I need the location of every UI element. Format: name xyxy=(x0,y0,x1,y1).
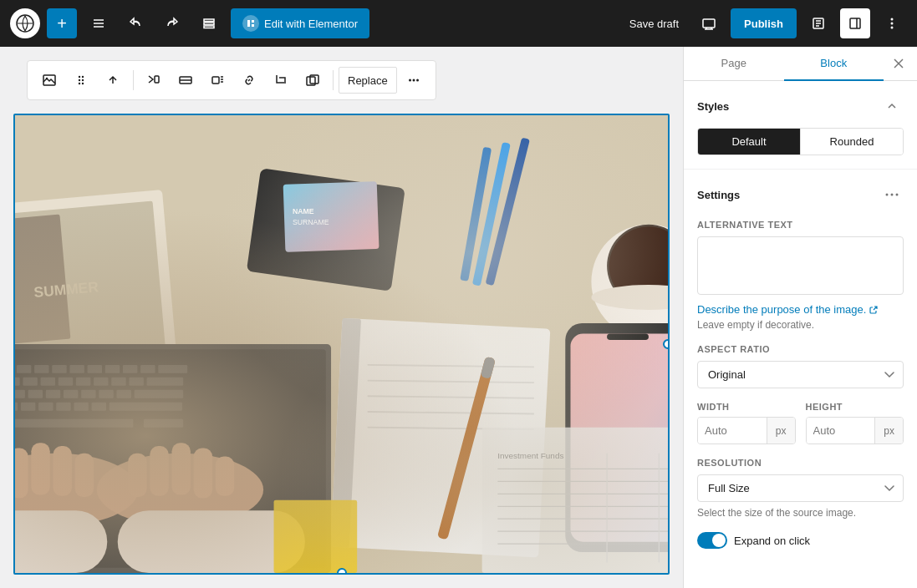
link-button[interactable] xyxy=(234,65,264,95)
svg-rect-102 xyxy=(135,390,184,398)
svg-rect-5 xyxy=(204,23,214,25)
svg-rect-4 xyxy=(204,19,214,22)
wp-logo[interactable] xyxy=(10,8,40,38)
add-block-button[interactable]: + xyxy=(47,8,77,38)
resize-handle-right[interactable] xyxy=(663,339,670,349)
svg-rect-76 xyxy=(105,365,120,373)
svg-rect-41 xyxy=(15,190,176,373)
svg-rect-133 xyxy=(482,428,668,573)
svg-rect-113 xyxy=(15,419,133,428)
svg-rect-57 xyxy=(330,318,361,548)
svg-text:Investment Funds: Investment Funds xyxy=(497,451,563,460)
aspect-ratio-label: Aspect Ratio xyxy=(697,344,904,354)
svg-rect-55 xyxy=(486,137,530,286)
workspace-image: SUMMER NAME SURNAME xyxy=(15,115,668,573)
svg-rect-77 xyxy=(123,365,137,373)
svg-rect-100 xyxy=(99,390,113,398)
crop-button[interactable] xyxy=(266,65,296,95)
svg-rect-87 xyxy=(76,378,90,386)
svg-rect-96 xyxy=(28,390,43,398)
height-label: Height xyxy=(806,402,904,412)
alt-describe-link[interactable]: Describe the purpose of the image. xyxy=(697,303,904,316)
list-view-button[interactable] xyxy=(194,8,224,38)
width-input[interactable] xyxy=(698,418,767,444)
replace-button[interactable]: Replace xyxy=(339,67,397,94)
svg-rect-64 xyxy=(481,357,496,379)
settings-section: Settings Alternative Text Describe the p… xyxy=(684,169,917,562)
svg-rect-86 xyxy=(59,378,73,386)
sidebar-toggle-button[interactable] xyxy=(840,8,870,38)
drag-handle[interactable] xyxy=(66,65,96,95)
height-input-wrapper: px xyxy=(806,417,904,444)
svg-point-38 xyxy=(412,79,415,82)
expand-on-click-toggle[interactable] xyxy=(697,532,727,549)
style-rounded-button[interactable]: Rounded xyxy=(801,129,903,155)
svg-rect-7 xyxy=(247,20,250,27)
editor-main: Replace SUMMER xyxy=(0,47,683,588)
svg-rect-106 xyxy=(21,403,35,411)
sidebar-close-button[interactable] xyxy=(884,48,914,79)
top-bar: + Edit with Elementor Save draft Publish xyxy=(0,0,917,47)
preview-button[interactable] xyxy=(694,8,724,38)
svg-point-147 xyxy=(886,194,889,196)
svg-point-52 xyxy=(591,285,668,310)
publish-button[interactable]: Publish xyxy=(731,8,797,38)
edit-elementor-button[interactable]: Edit with Elementor xyxy=(231,8,369,38)
svg-rect-83 xyxy=(15,378,20,386)
image-block[interactable]: SUMMER NAME SURNAME xyxy=(13,114,670,575)
svg-point-19 xyxy=(891,27,894,29)
full-width-button[interactable] xyxy=(171,65,201,95)
svg-rect-6 xyxy=(204,26,214,28)
resolution-label: Resolution xyxy=(697,458,904,468)
svg-rect-118 xyxy=(15,449,28,499)
align-button[interactable] xyxy=(139,65,169,95)
svg-point-50 xyxy=(607,225,668,308)
styles-collapse-button[interactable] xyxy=(880,94,904,118)
svg-rect-127 xyxy=(15,510,107,573)
svg-point-149 xyxy=(896,194,899,196)
post-editor-button[interactable] xyxy=(803,8,833,38)
svg-rect-72 xyxy=(34,365,48,373)
aspect-ratio-select[interactable]: Original Square - 1:1 Standard - 4:3 Wid… xyxy=(697,361,904,388)
tools-button[interactable] xyxy=(84,8,114,38)
resolution-select[interactable]: Full Size Large Medium Large Medium Thum… xyxy=(697,474,904,502)
alt-text-input[interactable] xyxy=(697,236,904,295)
svg-rect-63 xyxy=(437,357,496,540)
svg-point-39 xyxy=(416,79,419,82)
svg-point-26 xyxy=(79,83,80,84)
svg-rect-79 xyxy=(158,365,187,373)
overlay-button[interactable] xyxy=(298,65,328,95)
expand-on-click-label: Expand on click xyxy=(734,535,810,547)
svg-rect-75 xyxy=(88,365,102,373)
style-default-button[interactable]: Default xyxy=(698,129,801,155)
svg-rect-123 xyxy=(150,446,168,496)
width-field: Width px xyxy=(697,402,796,444)
settings-section-header: Settings xyxy=(697,183,904,206)
svg-rect-129 xyxy=(565,323,668,552)
resize-handle-bottom[interactable] xyxy=(337,568,347,575)
svg-line-61 xyxy=(368,412,534,413)
move-up-button[interactable] xyxy=(98,65,128,95)
redo-button[interactable] xyxy=(157,8,187,38)
more-options-button[interactable] xyxy=(877,8,907,38)
svg-rect-9 xyxy=(252,24,254,27)
svg-rect-111 xyxy=(110,403,182,411)
svg-rect-105 xyxy=(15,403,18,411)
settings-more-button[interactable] xyxy=(880,183,904,206)
save-draft-button[interactable]: Save draft xyxy=(621,8,687,38)
height-input[interactable] xyxy=(807,418,875,444)
width-unit: px xyxy=(767,418,795,444)
more-block-options-button[interactable] xyxy=(399,65,429,95)
svg-rect-43 xyxy=(15,215,70,347)
width-height-row: Width px Height px xyxy=(697,402,904,444)
svg-rect-71 xyxy=(17,365,31,373)
image-type-button[interactable] xyxy=(34,65,64,95)
undo-button[interactable] xyxy=(120,8,150,38)
svg-rect-66 xyxy=(15,349,326,568)
resolution-hint: Select the size of the source image. xyxy=(697,507,904,519)
inline-image-button[interactable] xyxy=(202,65,232,95)
svg-text:SURNAME: SURNAME xyxy=(293,218,329,226)
styles-section-title: Styles xyxy=(697,100,729,113)
tab-block[interactable]: Block xyxy=(784,47,884,81)
tab-page[interactable]: Page xyxy=(684,47,784,81)
